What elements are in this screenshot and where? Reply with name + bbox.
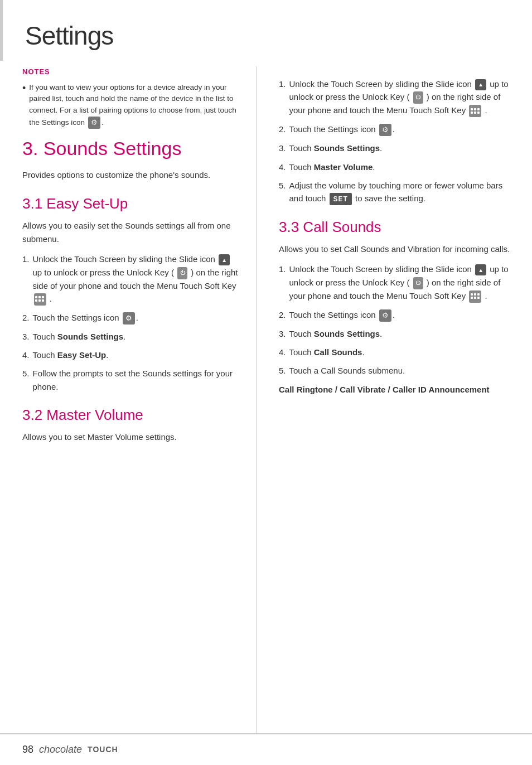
step-num: 2. [279,308,286,321]
step-text: Unlock the Touch Screen by sliding the S… [289,78,515,117]
step-num: 3. [22,330,30,343]
easy-setup-steps: 1. Unlock the Touch Screen by sliding th… [22,253,239,393]
step-num: 5. [22,367,30,380]
step-text: Touch Sounds Settings. [289,142,383,154]
set-button: SET [330,193,352,206]
step-num: 1. [279,78,286,90]
notes-text: If you want to view your options for a d… [29,82,239,129]
step-text: Touch the Settings icon ⚙. [289,123,395,136]
step-num: 3. [279,327,286,340]
brand-product: TOUCH [88,744,118,756]
menu-icon-1 [34,293,46,306]
right-column: 1. Unlock the Touch Screen by sliding th… [257,66,532,733]
section-sounds-heading: 3. Sounds Settings [22,134,239,163]
step-text: Touch the Settings icon ⚙. [33,311,138,325]
step-num: 1. [22,253,30,265]
mv-step-3: 3. Touch Sounds Settings. [279,142,515,154]
step-text: Touch Master Volume. [289,161,375,173]
cs-step-4: 4. Touch Call Sounds. [279,346,515,359]
mv-step-1: 1. Unlock the Touch Screen by sliding th… [279,78,515,117]
section-3-2-heading: 3.2 Master Volume [22,404,239,426]
menu-icon-cs1 [469,290,481,303]
step-num: 2. [279,123,286,135]
slide-icon-cs1 [475,264,486,275]
step-text: Touch the Settings icon ⚙. [289,308,395,322]
cs-step-2: 2. Touch the Settings icon ⚙. [279,308,515,322]
step-num: 3. [279,142,286,154]
step-text: Touch a Call Sounds submenu. [289,364,405,377]
notes-label: NOTES [22,66,239,78]
menu-icon-mv1 [469,105,481,117]
step-num: 5. [279,364,286,377]
brand-name: chocolate [39,742,82,757]
left-column: NOTES • If you want to view your options… [0,66,257,733]
page-wrapper: Settings NOTES • If you want to view you… [0,0,532,765]
page-title: Settings [25,17,113,55]
slide-icon-1 [219,254,230,265]
step-num: 4. [279,346,286,359]
step-text: Adjust the volume by touching more or fe… [289,179,515,206]
page-number: 98 [22,742,33,757]
step-num: 2. [22,311,30,324]
settings-icon-cs2: ⚙ [379,309,391,322]
step-num: 1. [279,263,286,275]
section-3-2-body: Allows you to set Master Volume settings… [22,430,239,444]
content-columns: NOTES • If you want to view your options… [0,61,532,733]
notes-section: NOTES • If you want to view your options… [22,66,239,129]
easy-step-5: 5. Follow the prompts to set the Sounds … [22,367,239,393]
settings-icon-easy-2: ⚙ [123,312,135,325]
easy-step-1: 1. Unlock the Touch Screen by sliding th… [22,253,239,306]
cs-step-1: 1. Unlock the Touch Screen by sliding th… [279,263,515,302]
step-text: Follow the prompts to set the Sounds set… [33,367,239,393]
step-text: Touch Sounds Settings. [289,327,383,340]
step-text: Touch Sounds Settings. [33,330,126,343]
call-sounds-steps: 1. Unlock the Touch Screen by sliding th… [279,263,515,377]
settings-icon-mv2: ⚙ [379,124,391,136]
section-3-1-heading: 3.1 Easy Set-Up [22,193,239,215]
unlock-icon-mv1: ⏻ [413,91,423,104]
submenu-note: Call Ringtone / Call Vibrate / Caller ID… [279,383,515,396]
mv-step-5: 5. Adjust the volume by touching more or… [279,179,515,206]
settings-icon-notes: ⚙ [88,117,100,129]
step-num: 4. [279,161,286,173]
bullet-dot: • [22,82,26,95]
master-volume-steps: 1. Unlock the Touch Screen by sliding th… [279,78,515,205]
mv-step-2: 2. Touch the Settings icon ⚙. [279,123,515,136]
unlock-icon-cs1: ⏻ [413,277,423,289]
unlock-icon-1: ⏻ [177,267,187,279]
easy-step-3: 3. Touch Sounds Settings. [22,330,239,343]
section-3-3-heading: 3.3 Call Sounds [279,216,515,238]
cs-step-5: 5. Touch a Call Sounds submenu. [279,364,515,377]
step-text: Touch Easy Set-Up. [33,348,109,361]
section-3-3-body: Allows you to set Call Sounds and Vibrat… [279,243,515,256]
notes-bullet: • If you want to view your options for a… [22,82,239,129]
step-text: Unlock the Touch Screen by sliding the S… [33,253,239,306]
step-text: Unlock the Touch Screen by sliding the S… [289,263,515,302]
notes-content: • If you want to view your options for a… [22,82,239,129]
step-num: 4. [22,348,30,361]
easy-step-4: 4. Touch Easy Set-Up. [22,348,239,361]
section-3-1-body: Allows you to easily set the Sounds sett… [22,219,239,246]
slide-icon-mv1 [475,79,486,90]
title-bar: Settings [0,0,532,61]
step-num: 5. [279,179,286,192]
cs-step-3: 3. Touch Sounds Settings. [279,327,515,340]
section-sounds-body: Provides options to customize the phone'… [22,168,239,182]
easy-step-2: 2. Touch the Settings icon ⚙. [22,311,239,325]
bottom-bar: 98 chocolate TOUCH [0,733,532,765]
step-text: Touch Call Sounds. [289,346,365,359]
mv-step-4: 4. Touch Master Volume. [279,161,515,173]
